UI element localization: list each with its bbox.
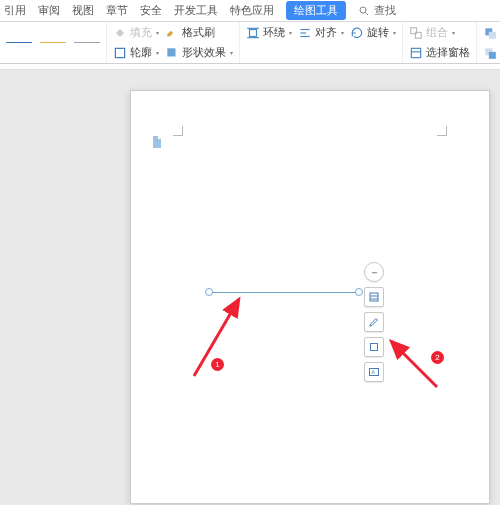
group-pane-group: 组合▾ 选择窗格 xyxy=(403,22,477,63)
outline-button[interactable]: 轮廓▾ xyxy=(113,45,159,60)
pencil-icon xyxy=(368,316,380,328)
line-style-gallery[interactable] xyxy=(0,22,107,63)
tab-sections[interactable]: 章节 xyxy=(106,3,128,18)
document-page[interactable]: 1 2 xyxy=(130,90,490,504)
svg-text:A: A xyxy=(372,369,376,375)
send-backward-button[interactable]: 下移一层▾ xyxy=(483,45,500,60)
line-style-2[interactable] xyxy=(40,42,66,44)
rotate-icon xyxy=(350,26,364,40)
layout-options-button[interactable] xyxy=(364,287,384,307)
outline-icon xyxy=(113,46,127,60)
line-style-1[interactable] xyxy=(6,42,32,44)
search-label: 查找 xyxy=(374,3,396,18)
shape-float-toolbar: － A xyxy=(364,262,384,382)
svg-rect-3 xyxy=(167,48,175,56)
crop-icon xyxy=(368,341,380,353)
wrap-button[interactable]: 环绕▾ xyxy=(246,25,292,40)
svg-line-21 xyxy=(391,341,437,387)
svg-rect-4 xyxy=(250,29,257,36)
resize-handle-left[interactable] xyxy=(205,288,213,296)
arrange-group: 环绕▾ 对齐▾ 旋转▾ xyxy=(240,22,403,63)
svg-rect-17 xyxy=(489,51,496,58)
tab-drawing-tools[interactable]: 绘图工具 xyxy=(286,1,346,20)
workspace: 1 2 － A xyxy=(0,64,500,505)
wrap-icon xyxy=(246,26,260,40)
crop-button[interactable] xyxy=(364,337,384,357)
bucket-icon xyxy=(113,26,127,40)
svg-rect-25 xyxy=(371,344,378,351)
text-options-button[interactable]: A xyxy=(364,362,384,382)
format-painter-button[interactable]: 格式刷 xyxy=(165,25,215,40)
rotate-button[interactable]: 旋转▾ xyxy=(350,25,396,40)
svg-rect-22 xyxy=(370,293,378,301)
effects-icon xyxy=(165,46,179,60)
selection-pane-button[interactable]: 选择窗格 xyxy=(409,45,470,60)
ribbon: 填充▾ 格式刷 轮廓▾ 形状效果▾ 环绕▾ xyxy=(0,22,500,64)
layer-group: 上移一层▾ 下移一层▾ xyxy=(477,22,500,63)
minus-icon: － xyxy=(369,265,380,280)
text-options-icon: A xyxy=(368,366,380,378)
svg-rect-2 xyxy=(115,48,124,57)
collapse-button[interactable]: － xyxy=(364,262,384,282)
tab-references[interactable]: 引用 xyxy=(4,3,26,18)
svg-rect-15 xyxy=(489,31,496,38)
bring-forward-icon xyxy=(483,26,497,40)
line-style-3[interactable] xyxy=(74,42,100,44)
tab-security[interactable]: 安全 xyxy=(140,3,162,18)
tab-developer[interactable]: 开发工具 xyxy=(174,3,218,18)
margin-corner-tr xyxy=(437,126,447,136)
brush-icon xyxy=(165,26,179,40)
svg-line-1 xyxy=(366,12,369,15)
layout-options-icon xyxy=(368,291,380,303)
margin-corner-tl xyxy=(173,126,183,136)
tab-review[interactable]: 审阅 xyxy=(38,3,60,18)
svg-rect-12 xyxy=(411,48,420,57)
edit-shape-button[interactable] xyxy=(364,312,384,332)
selected-line-shape[interactable] xyxy=(209,292,359,293)
search-icon xyxy=(358,5,370,17)
resize-handle-right[interactable] xyxy=(355,288,363,296)
group-button[interactable]: 组合▾ xyxy=(409,25,455,40)
align-icon xyxy=(298,26,312,40)
search-box[interactable]: 查找 xyxy=(358,3,396,18)
group-icon xyxy=(409,26,423,40)
align-button[interactable]: 对齐▾ xyxy=(298,25,344,40)
svg-point-0 xyxy=(360,7,366,13)
send-backward-icon xyxy=(483,46,497,60)
fill-outline-group: 填充▾ 格式刷 轮廓▾ 形状效果▾ xyxy=(107,22,240,63)
pane-icon xyxy=(409,46,423,60)
tab-view[interactable]: 视图 xyxy=(72,3,94,18)
bring-forward-button[interactable]: 上移一层▾ xyxy=(483,25,500,40)
annotation-badge-2: 2 xyxy=(431,351,444,364)
page-indicator-icon xyxy=(151,135,163,149)
annotation-badge-1: 1 xyxy=(211,358,224,371)
tab-strip: 引用 审阅 视图 章节 安全 开发工具 特色应用 绘图工具 查找 xyxy=(0,0,500,22)
annotation-arrow-2 xyxy=(385,335,443,395)
tab-addins[interactable]: 特色应用 xyxy=(230,3,274,18)
shape-effects-button[interactable]: 形状效果▾ xyxy=(165,45,233,60)
fill-button[interactable]: 填充▾ xyxy=(113,25,159,40)
